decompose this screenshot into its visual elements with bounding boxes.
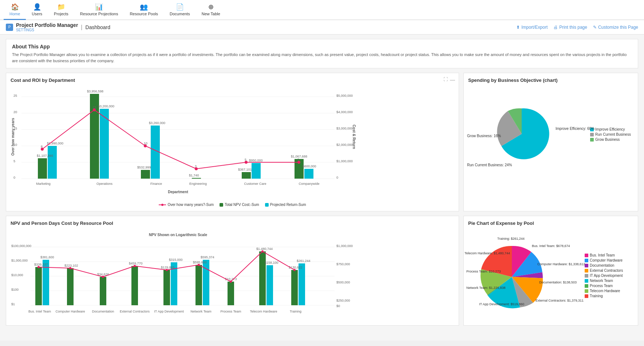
npv-chart: NPV Shown on Logarithmic Scale $100,000,… (11, 229, 353, 320)
svg-text:$315,000: $315,000 (169, 258, 183, 262)
settings-link[interactable]: SETTINGS (16, 28, 78, 32)
svg-text:$950,000: $950,000 (249, 159, 263, 162)
svg-text:$250,000: $250,000 (336, 299, 350, 302)
expense-title: Pie Chart of Expense by Pool (468, 220, 633, 226)
svg-point-100 (69, 267, 71, 269)
nav-item-resource-projections[interactable]: 📊 Resource Projections (74, 0, 124, 20)
nav-item-new-table[interactable]: ⊕ New Table (196, 0, 226, 20)
svg-rect-67 (67, 268, 74, 305)
svg-rect-89 (259, 251, 266, 305)
svg-text:$3,000,000: $3,000,000 (336, 127, 353, 130)
svg-text:Cost & Return: Cost & Return (352, 124, 356, 149)
svg-text:IT App Development: IT App Development (154, 310, 184, 313)
print-button[interactable]: 🖨 Print this page (553, 25, 587, 30)
svg-text:$1,000,000: $1,000,000 (11, 259, 28, 262)
bar-finance-npv (141, 170, 150, 179)
svg-point-104 (198, 264, 200, 266)
svg-text:10: 10 (144, 142, 147, 145)
resource-pools-icon: 👥 (140, 3, 148, 11)
documents-icon: 📄 (176, 3, 184, 11)
svg-text:8: 8 (41, 145, 43, 148)
svg-rect-76 (163, 270, 170, 305)
expand-icon[interactable]: ⛶ (443, 77, 448, 82)
npv-title: NPV and Person Days Cost by Resource Poo… (11, 220, 454, 226)
svg-text:$5,000,000: $5,000,000 (336, 94, 353, 98)
legend-telecom-hw: Telecom Hardware (585, 289, 623, 293)
customize-button[interactable]: ✎ Customize this Page (593, 25, 638, 30)
about-title: About This App (12, 44, 632, 49)
svg-rect-95 (299, 263, 305, 305)
svg-rect-86 (228, 282, 234, 305)
nav-item-resource-pools[interactable]: 👥 Resource Pools (124, 0, 164, 20)
print-icon: 🖨 (553, 25, 558, 30)
svg-text:Training: Training (290, 310, 301, 313)
svg-text:$223,102: $223,102 (64, 264, 78, 267)
svg-text:$1: $1 (11, 302, 15, 306)
run-current-label: Run Current Business: 24% (467, 163, 512, 167)
svg-point-99 (37, 266, 40, 268)
svg-text:$3,956,598: $3,956,598 (87, 90, 103, 93)
svg-text:5: 5 (297, 158, 299, 162)
cost-roi-legend: Over how many years?-Sum Total NPV Cost:… (11, 203, 454, 207)
about-text: The Project Portfolio Manager allows you… (12, 52, 632, 64)
svg-text:$100: $100 (11, 288, 19, 291)
grow-business-label: Grow Business: 16% (467, 134, 501, 138)
svg-rect-90 (266, 265, 273, 305)
page-title: Dashboard (86, 24, 111, 30)
svg-text:$0: $0 (336, 304, 340, 308)
svg-text:$1,107,946: $1,107,946 (37, 154, 53, 158)
legend-it-app: IT App Development (585, 274, 623, 278)
nav-item-users[interactable]: 👤 Users (26, 0, 48, 20)
home-icon: 🏠 (11, 3, 19, 11)
nav-item-projects[interactable]: 📁 Projects (48, 0, 74, 20)
new-table-icon: ⊕ (208, 3, 214, 11)
svg-text:0: 0 (336, 176, 338, 179)
users-icon: 👤 (33, 3, 41, 11)
svg-text:25: 25 (13, 94, 17, 98)
svg-text:Engineering: Engineering (189, 182, 207, 186)
bar-cc-return (252, 163, 261, 179)
legend-network-team: Network Team (585, 279, 623, 283)
svg-text:21: 21 (93, 106, 96, 109)
svg-text:$100,000,000: $100,000,000 (11, 244, 31, 248)
legend-process-team: Process Team (585, 284, 623, 288)
legend-training: Training (585, 294, 623, 298)
svg-text:$595,374: $595,374 (201, 255, 214, 259)
cost-roi-title: Cost and ROI by Department (11, 77, 454, 83)
npv-panel: NPV and Person Days Cost by Resource Poo… (6, 216, 459, 326)
svg-text:20: 20 (13, 110, 17, 114)
svg-rect-63 (43, 260, 49, 305)
svg-text:5: 5 (13, 159, 15, 163)
app-logo: P (6, 24, 13, 31)
spending-legend: Improve Efficiency Run Current Business … (590, 127, 631, 142)
nav-item-home[interactable]: 🏠 Home (4, 0, 26, 20)
svg-text:0: 0 (13, 176, 15, 179)
svg-text:$10,000: $10,000 (11, 273, 23, 277)
svg-text:$339,337: $339,337 (34, 263, 48, 266)
import-export-button[interactable]: ⬆ Import/Export (516, 25, 548, 30)
legend-bus-intel: Bus. Intel Team (585, 253, 623, 257)
svg-point-106 (261, 250, 264, 252)
svg-text:$459,770: $459,770 (129, 262, 143, 265)
svg-text:Companywide: Companywide (299, 182, 319, 186)
svg-text:$3,260,000: $3,260,000 (149, 121, 165, 125)
svg-rect-82 (203, 260, 209, 305)
more-icon[interactable]: — (450, 77, 455, 83)
legend-run-current: Run Current Business (590, 132, 631, 136)
svg-text:Telecom Hardware: Telecom Hardware (250, 310, 277, 313)
svg-text:$595,600: $595,600 (193, 261, 207, 264)
svg-rect-94 (291, 270, 298, 305)
top-charts-grid: Cost and ROI by Department ⛶ — 25 20 15 … (6, 73, 638, 211)
legend-years: Over how many years?-Sum (159, 203, 214, 207)
cost-roi-chart: 25 20 15 10 5 0 $5,000,000 $4,000,000 $3… (11, 86, 353, 199)
bar-marketing-npv (38, 158, 47, 179)
breadcrumb-actions: ⬆ Import/Export 🖨 Print this page ✎ Cust… (516, 25, 638, 30)
bar-marketing-return (48, 146, 57, 179)
customize-icon: ✎ (593, 25, 597, 30)
svg-text:$3,200,000: $3,200,000 (98, 104, 114, 108)
spending-pie (493, 105, 551, 163)
expense-legend: Bus. Intel Team Computer Hardware Docume… (585, 253, 623, 298)
nav-item-documents[interactable]: 📄 Documents (164, 0, 196, 20)
svg-text:NPV Shown on Logarithmic Scale: NPV Shown on Logarithmic Scale (149, 233, 207, 237)
svg-text:Customer Care: Customer Care (244, 182, 266, 186)
